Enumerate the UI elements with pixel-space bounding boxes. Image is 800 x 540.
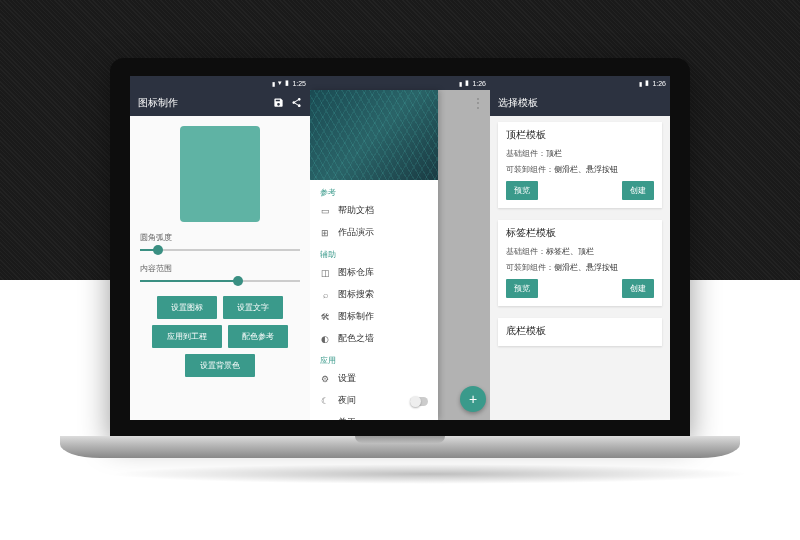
share-icon[interactable] bbox=[290, 97, 302, 110]
apply-project-button[interactable]: 应用到工程 bbox=[152, 325, 222, 348]
slider-content-label: 内容范围 bbox=[140, 263, 300, 274]
page-title: 图标制作 bbox=[138, 96, 266, 110]
card-title: 底栏模板 bbox=[506, 325, 654, 338]
laptop-base bbox=[60, 436, 740, 458]
grid-icon: ⊞ bbox=[320, 228, 330, 238]
palette-ref-button[interactable]: 配色参考 bbox=[228, 325, 288, 348]
card-title: 标签栏模板 bbox=[506, 227, 654, 240]
create-button[interactable]: 创建 bbox=[622, 279, 654, 298]
section-aux: 辅助 bbox=[310, 244, 438, 262]
signal-icon bbox=[272, 80, 275, 87]
status-time: 1:25 bbox=[292, 80, 306, 87]
laptop-mockup: ▾ 1:25 图标制作 圆角弧度 bbox=[110, 58, 690, 484]
preview-button[interactable]: 预览 bbox=[506, 181, 538, 200]
drawer-item-search[interactable]: ⌕图标搜索 bbox=[310, 284, 438, 306]
section-app: 应用 bbox=[310, 350, 438, 368]
drawer-item-help[interactable]: ▭帮助文档 bbox=[310, 200, 438, 222]
slider-content[interactable] bbox=[140, 280, 300, 282]
nav-drawer: 参考 ▭帮助文档 ⊞作品演示 辅助 ◫图标仓库 ⌕图标搜索 🛠图标制作 ◐配色之… bbox=[310, 90, 438, 420]
set-icon-button[interactable]: 设置图标 bbox=[157, 296, 217, 319]
app-bar: 图标制作 bbox=[130, 90, 310, 116]
signal-icon bbox=[459, 80, 462, 87]
status-time: 1:26 bbox=[652, 80, 666, 87]
overflow-icon[interactable]: ⋮ bbox=[472, 96, 484, 110]
drawer-item-night[interactable]: ☾夜间 bbox=[310, 390, 438, 412]
create-button[interactable]: 创建 bbox=[622, 181, 654, 200]
drawer-item-iconlib[interactable]: ◫图标仓库 bbox=[310, 262, 438, 284]
save-icon[interactable] bbox=[272, 97, 284, 110]
library-icon: ◫ bbox=[320, 268, 330, 278]
status-time: 1:26 bbox=[472, 80, 486, 87]
moon-icon: ☾ bbox=[320, 396, 330, 406]
set-bg-button[interactable]: 设置背景色 bbox=[185, 354, 255, 377]
book-icon: ▭ bbox=[320, 206, 330, 216]
slider-corner-label: 圆角弧度 bbox=[140, 232, 300, 243]
screenshot-drawer: 1:26 ⋮ + 参考 ▭帮助文档 ⊞作品演示 辅助 ◫图标仓库 ⌕图标搜索 🛠… bbox=[310, 76, 490, 420]
drawer-item-settings[interactable]: ⚙设置 bbox=[310, 368, 438, 390]
battery-icon bbox=[285, 79, 289, 87]
drawer-item-demo[interactable]: ⊞作品演示 bbox=[310, 222, 438, 244]
fab-add[interactable]: + bbox=[460, 386, 486, 412]
template-card: 底栏模板 bbox=[498, 318, 662, 346]
battery-icon bbox=[465, 79, 469, 87]
leaf-icon: ❧ bbox=[320, 418, 330, 420]
gear-icon: ⚙ bbox=[320, 374, 330, 384]
drawer-item-palette[interactable]: ◐配色之墙 bbox=[310, 328, 438, 350]
drawer-item-about[interactable]: ❧关于 bbox=[310, 412, 438, 420]
screenshot-icon-maker: ▾ 1:25 图标制作 圆角弧度 bbox=[130, 76, 310, 420]
section-ref: 参考 bbox=[310, 182, 438, 200]
template-card: 标签栏模板 基础组件：标签栏、顶栏 可装卸组件：侧滑栏、悬浮按钮 预览 创建 bbox=[498, 220, 662, 306]
search-icon: ⌕ bbox=[320, 290, 330, 300]
template-card: 顶栏模板 基础组件：顶栏 可装卸组件：侧滑栏、悬浮按钮 预览 创建 bbox=[498, 122, 662, 208]
drawer-scrim[interactable] bbox=[438, 90, 490, 420]
signal-icon bbox=[639, 80, 642, 87]
card-title: 顶栏模板 bbox=[506, 129, 654, 142]
drawer-header bbox=[310, 90, 438, 180]
battery-icon bbox=[645, 79, 649, 87]
status-bar: 1:26 bbox=[310, 76, 490, 90]
palette-icon: ◐ bbox=[320, 334, 330, 344]
drawer-item-make[interactable]: 🛠图标制作 bbox=[310, 306, 438, 328]
night-toggle[interactable] bbox=[410, 397, 428, 406]
set-text-button[interactable]: 设置文字 bbox=[223, 296, 283, 319]
app-bar: 选择模板 bbox=[490, 90, 670, 116]
status-bar: ▾ 1:25 bbox=[130, 76, 310, 90]
icon-preview bbox=[180, 126, 260, 222]
slider-corner[interactable] bbox=[140, 249, 300, 251]
status-bar: 1:26 bbox=[490, 76, 670, 90]
hammer-icon: 🛠 bbox=[320, 312, 330, 322]
screenshot-templates: 1:26 选择模板 顶栏模板 基础组件：顶栏 可装卸组件：侧滑栏、悬浮按钮 预览… bbox=[490, 76, 670, 420]
wifi-icon: ▾ bbox=[278, 79, 282, 87]
preview-button[interactable]: 预览 bbox=[506, 279, 538, 298]
page-title: 选择模板 bbox=[498, 96, 662, 110]
